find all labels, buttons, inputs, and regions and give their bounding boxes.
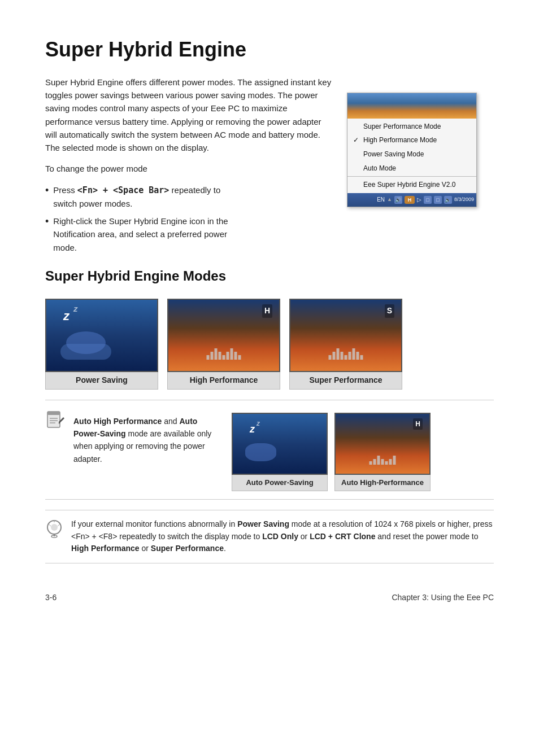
afan-6 [389,459,392,465]
svg-line-11 [58,524,60,526]
taskbar: EN ▲ 🔊 H ▷ □ □ 🔈 8/3/2009 [347,193,476,207]
z2-icon: z [73,302,78,315]
fan-bars-high [207,348,241,360]
auto-h-icon: H [413,418,423,430]
fan-bar-6 [227,352,229,360]
intro-paragraph: Super Hybrid Engine offers different pow… [45,76,333,155]
afan-4 [381,459,384,465]
tip-box: If your external monitor functions abnor… [45,510,494,563]
taskbar-icon-5: □ [434,196,442,204]
menu-item-high-perf[interactable]: High Performance Mode [347,133,476,147]
taskbar-icon-3: ▷ [417,195,421,204]
context-menu-items: Super Performance Mode High Performance … [347,119,476,193]
auto-high-perf-label: Auto High Performance [73,417,162,426]
page-footer: 3-6 Chapter 3: Using the Eee PC [45,586,494,604]
modes-row: z z Power Saving H [45,299,494,390]
bullet-text-2: Right-click the Super Hybrid Engine icon… [53,215,245,254]
afan-3 [377,456,380,465]
context-menu: Super Performance Mode High Performance … [347,93,477,207]
sfan-bar-2 [333,352,336,360]
tip-lcd-crt: LCD + CRT Clone [310,532,375,541]
mode-label-high-perf: High Performance [167,372,280,390]
mode-card-super-perf: S Super Performance [289,299,402,390]
auto-hp-img: H [334,413,431,475]
sfan-bar-7 [353,348,355,360]
tip-icon [45,519,63,544]
sfan-bar-6 [349,352,351,360]
svg-line-10 [49,524,51,526]
svg-point-13 [51,524,58,531]
auto-high-perf-card: H Auto High-Performance [334,413,431,491]
page-number: 3-6 [45,592,56,604]
h-icon: H [262,304,272,318]
afan-2 [373,459,376,465]
az-big: z [250,422,255,438]
mode-img-super-perf: S [289,299,402,372]
afan-7 [393,456,396,465]
mode-label-power-saving: Power Saving [45,372,158,390]
modes-section: Super Hybrid Engine Modes z z Power Savi… [45,265,494,563]
taskbar-arrow: ▲ [387,196,392,204]
taskbar-icon-4: □ [424,196,432,204]
fan-bar-7 [231,348,233,360]
menu-item-power-saving[interactable]: Power Saving Mode [347,147,476,161]
sfan-bar-5 [345,355,347,360]
fan-bar-5 [223,355,225,360]
auto-modes-row: Auto High Performance and Auto Power-Sav… [73,413,431,491]
auto-modes-imgs: z z Auto Power-Saving H [232,413,431,491]
bullet-dot-1: • [45,183,49,198]
az-small: z [257,418,260,429]
mode-label-super-perf: Super Performance [289,372,402,390]
context-menu-screenshot: Super Performance Mode High Performance … [347,93,494,207]
note-icon [45,409,66,430]
sfan-bar-3 [337,348,340,360]
afan-5 [385,461,388,465]
menu-separator [347,176,476,177]
bullet-item-1: • Press <Fn> + <Space Bar> repeatedly to… [45,183,333,211]
fan-bar-1 [207,355,210,360]
menu-item-auto[interactable]: Auto Mode [347,161,476,176]
auto-cloud [245,443,276,461]
tip-lcd-only: LCD Only [262,532,298,541]
fan-bar-3 [215,348,218,360]
mode-card-high-perf: H High Performance [167,299,280,390]
chapter-label: Chapter 3: Using the Eee PC [392,592,494,604]
s-icon: S [385,304,394,318]
fan-bars-super [329,348,363,360]
modes-heading: Super Hybrid Engine Modes [45,265,494,286]
menu-item-super-perf[interactable]: Super Performance Mode [347,120,476,134]
taskbar-icon-1: 🔊 [394,196,402,204]
change-mode-label: To change the power mode [45,162,333,175]
fan-bar-9 [238,355,241,360]
auto-ps-label: Auto Power-Saving [232,475,328,491]
auto-ps-img: z z [232,413,328,475]
svg-rect-1 [47,412,60,415]
tip-high-perf-bold: High Performance [71,544,140,553]
cloud-shape [66,331,106,354]
sfan-bar-8 [357,352,359,360]
taskbar-time: 8/3/2009 [454,196,474,203]
context-menu-header [347,93,476,119]
tip-super-perf-bold: Super Performance [151,544,224,553]
bullet-dot-2: • [45,215,49,229]
bullet-text-1: Press <Fn> + <Space Bar> repeatedly to s… [53,183,245,211]
tip-power-saving-bold: Power Saving [237,519,289,528]
auto-fan-bars [370,456,396,465]
menu-item-about[interactable]: Eee Super Hybrid Engine V2.0 [347,178,476,192]
fan-bar-8 [234,352,237,360]
auto-modes-text: Auto High Performance and Auto Power-Sav… [73,413,220,466]
auto-power-saving-card: z z Auto Power-Saving [232,413,328,491]
sfan-bar-1 [329,355,332,360]
taskbar-lang: EN [377,195,385,204]
tip-text: If your external monitor functions abnor… [71,518,494,555]
sfan-bar-9 [360,355,363,360]
afan-1 [370,461,372,465]
taskbar-icon-H: H [405,196,415,204]
page-title: Super Hybrid Engine [45,34,494,65]
fan-bar-4 [219,352,221,360]
auto-hp-label: Auto High-Performance [334,475,431,491]
mode-img-power-saving: z z [45,299,158,372]
sfan-bar-4 [341,352,344,360]
bullet-item-2: • Right-click the Super Hybrid Engine ic… [45,215,333,254]
note-box: Auto High Performance and Auto Power-Sav… [45,400,494,500]
